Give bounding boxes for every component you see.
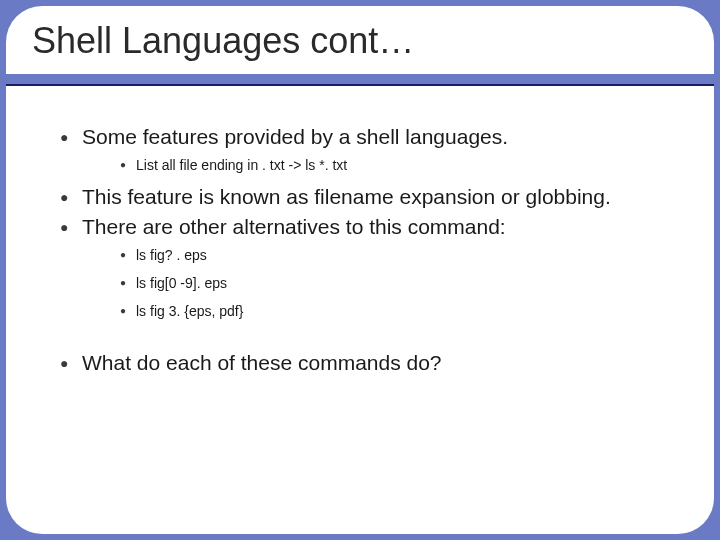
bullet-level-2: ● List all file ending in . txt -> ls *.… [120, 156, 674, 174]
slide-title: Shell Languages cont… [32, 20, 414, 62]
bullet-dot-icon: ● [60, 184, 82, 210]
bullet-dot-icon: ● [60, 214, 82, 240]
title-underline [6, 84, 714, 86]
bullet-level-1: ● There are other alternatives to this c… [60, 214, 674, 240]
bullet-text: Some features provided by a shell langua… [82, 124, 508, 150]
bullet-dot-icon: ● [60, 350, 82, 376]
bullet-text: What do each of these commands do? [82, 350, 442, 376]
bullet-text: This feature is known as filename expans… [82, 184, 611, 210]
title-accent-band [6, 74, 714, 84]
bullet-dot-icon: ● [120, 274, 136, 292]
slide-content: ● Some features provided by a shell lang… [60, 124, 674, 380]
bullet-dot-icon: ● [120, 302, 136, 320]
bullet-text: There are other alternatives to this com… [82, 214, 506, 240]
bullet-text: ls fig[0 -9]. eps [136, 274, 227, 292]
bullet-text: ls fig? . eps [136, 246, 207, 264]
bullet-level-2: ● ls fig 3. {eps, pdf} [120, 302, 674, 320]
bullet-dot-icon: ● [60, 124, 82, 150]
bullet-level-2: ● ls fig[0 -9]. eps [120, 274, 674, 292]
bullet-dot-icon: ● [120, 246, 136, 264]
bullet-text: List all file ending in . txt -> ls *. t… [136, 156, 347, 174]
bullet-level-1: ● What do each of these commands do? [60, 350, 674, 376]
bullet-level-1: ● This feature is known as filename expa… [60, 184, 674, 210]
bullet-level-2: ● ls fig? . eps [120, 246, 674, 264]
slide-card: Shell Languages cont… ● Some features pr… [6, 6, 714, 534]
bullet-level-1: ● Some features provided by a shell lang… [60, 124, 674, 150]
bullet-text: ls fig 3. {eps, pdf} [136, 302, 243, 320]
bullet-dot-icon: ● [120, 156, 136, 174]
